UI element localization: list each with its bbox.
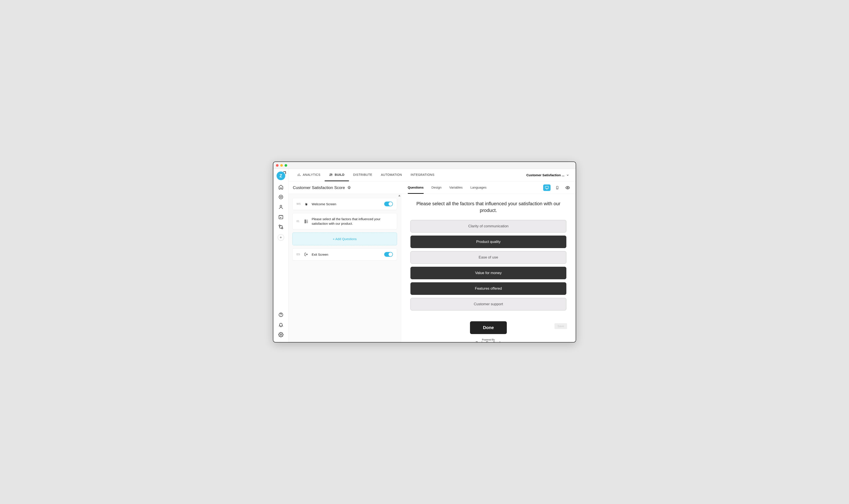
minimize-window-icon[interactable] bbox=[280, 164, 283, 167]
home-icon[interactable] bbox=[278, 184, 283, 190]
sliders-icon bbox=[329, 173, 333, 177]
tab-languages[interactable]: Languages bbox=[471, 182, 487, 194]
workflow-icon[interactable] bbox=[278, 224, 283, 230]
svg-rect-20 bbox=[305, 222, 306, 223]
preview-button[interactable] bbox=[564, 184, 571, 191]
card-text: Welcome Screen bbox=[312, 202, 381, 206]
svg-point-13 bbox=[349, 187, 350, 188]
powered-label: Powered By bbox=[475, 338, 501, 341]
checklist-icon bbox=[304, 219, 308, 223]
svg-point-5 bbox=[279, 225, 280, 226]
exit-toggle[interactable] bbox=[384, 252, 393, 257]
nav-distribute[interactable]: DISTRIBUTE bbox=[349, 169, 377, 181]
svg-point-12 bbox=[332, 175, 332, 175]
settings-icon[interactable] bbox=[278, 332, 283, 337]
option-clarity[interactable]: Clarity of communication bbox=[410, 220, 566, 233]
svg-point-1 bbox=[280, 196, 281, 197]
option-customer-support[interactable]: Customer support bbox=[410, 298, 566, 310]
monitor-icon bbox=[545, 185, 549, 190]
desktop-preview-button[interactable] bbox=[543, 184, 551, 191]
nav-label: DISTRIBUTE bbox=[353, 173, 372, 177]
nav-integrations[interactable]: INTEGRATIONS bbox=[406, 169, 439, 181]
eye-icon bbox=[565, 185, 570, 190]
survey-dropdown[interactable]: Customer Satisfaction ... bbox=[524, 173, 571, 177]
card-number: 01 bbox=[297, 220, 301, 223]
tab-questions[interactable]: Questions bbox=[408, 182, 424, 194]
svg-point-6 bbox=[282, 228, 283, 229]
preview-pane: Please select all the factors that influ… bbox=[401, 194, 576, 342]
question-card[interactable]: 01 Please select all the factors that in… bbox=[293, 213, 397, 230]
survey-settings-icon[interactable] bbox=[347, 186, 351, 190]
survey-title: Customer Satisfaction Score bbox=[293, 185, 345, 190]
chat-icon[interactable] bbox=[278, 194, 283, 200]
sub-nav: Customer Satisfaction Score Questions De… bbox=[288, 181, 576, 194]
option-list: Clarity of communication Product quality… bbox=[410, 220, 566, 310]
add-button[interactable]: + bbox=[278, 234, 284, 241]
nav-label: AUTOMATION bbox=[381, 173, 402, 177]
question-title: Please select all the factors that influ… bbox=[410, 200, 566, 214]
scroll-up-icon[interactable] bbox=[398, 195, 401, 196]
svg-point-2 bbox=[281, 196, 282, 197]
wave-icon bbox=[304, 202, 308, 206]
tab-design[interactable]: Design bbox=[431, 182, 442, 194]
svg-rect-18 bbox=[305, 220, 306, 220]
nav-automation[interactable]: AUTOMATION bbox=[377, 169, 406, 181]
svg-rect-19 bbox=[305, 221, 306, 222]
nav-label: ANALYTICS bbox=[303, 173, 320, 177]
card-text: Please select all the factors that influ… bbox=[312, 217, 393, 226]
svg-point-9 bbox=[280, 334, 282, 335]
nav-build[interactable]: BUILD bbox=[325, 169, 349, 181]
nav-analytics[interactable]: ANALYTICS bbox=[293, 169, 325, 181]
sidebar: Z + bbox=[273, 169, 288, 342]
close-window-icon[interactable] bbox=[276, 164, 279, 167]
save-button[interactable]: Save bbox=[554, 323, 567, 329]
card-badge: WS bbox=[297, 202, 301, 205]
powered-brand: Zonka Feedback bbox=[475, 341, 501, 342]
option-value-for-money[interactable]: Value for money bbox=[410, 267, 566, 279]
bars-icon bbox=[297, 173, 301, 177]
user-icon[interactable] bbox=[278, 204, 283, 210]
svg-point-17 bbox=[567, 187, 568, 188]
nav-label: INTEGRATIONS bbox=[411, 173, 435, 177]
option-ease-of-use[interactable]: Ease of use bbox=[410, 251, 566, 264]
survey-dropdown-label: Customer Satisfaction ... bbox=[526, 173, 564, 177]
option-features-offered[interactable]: Features offered bbox=[410, 282, 566, 295]
svg-rect-14 bbox=[545, 186, 549, 188]
help-icon[interactable] bbox=[278, 312, 283, 318]
tab-variables[interactable]: Variables bbox=[449, 182, 463, 194]
powered-by: Powered By Zonka Feedback bbox=[475, 338, 501, 342]
chevron-down-icon bbox=[566, 174, 569, 177]
questions-panel: WS Welcome Screen 01 Please select all t… bbox=[288, 194, 401, 342]
svg-point-10 bbox=[330, 175, 330, 176]
titlebar bbox=[273, 162, 576, 169]
bell-icon[interactable] bbox=[278, 322, 283, 327]
welcome-toggle[interactable] bbox=[384, 201, 393, 206]
app-window: Z + ANALYTICS bbox=[273, 162, 576, 342]
add-questions-button[interactable]: + Add Questions bbox=[293, 233, 397, 245]
maximize-window-icon[interactable] bbox=[285, 164, 287, 167]
done-button[interactable]: Done bbox=[470, 321, 507, 334]
welcome-screen-card[interactable]: WS Welcome Screen bbox=[293, 198, 397, 210]
mobile-preview-button[interactable] bbox=[553, 184, 561, 191]
option-product-quality[interactable]: Product quality bbox=[410, 236, 566, 248]
calendar-check-icon[interactable] bbox=[278, 214, 283, 219]
nav-label: BUILD bbox=[335, 173, 344, 177]
card-text: Exit Screen bbox=[312, 252, 381, 257]
svg-point-3 bbox=[280, 205, 282, 207]
mobile-icon bbox=[555, 185, 559, 190]
brand-logo[interactable]: Z bbox=[277, 172, 285, 180]
svg-point-8 bbox=[281, 316, 281, 316]
card-badge: ES bbox=[297, 253, 301, 256]
svg-point-11 bbox=[331, 174, 331, 175]
exit-screen-card[interactable]: ES Exit Screen bbox=[293, 248, 397, 260]
exit-icon bbox=[304, 252, 308, 256]
top-nav: ANALYTICS BUILD DISTRIBUTE AUTOMATION IN… bbox=[288, 169, 576, 181]
svg-point-0 bbox=[279, 195, 283, 199]
